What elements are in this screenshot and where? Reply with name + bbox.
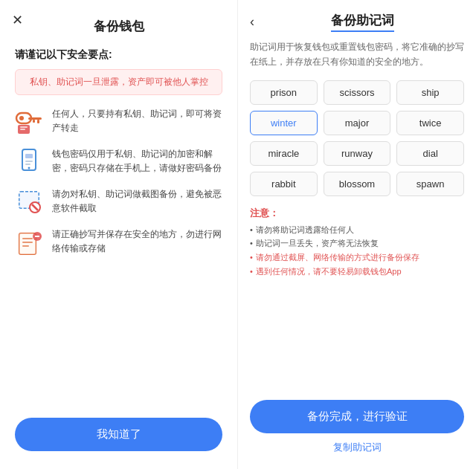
svg-rect-7 <box>20 129 25 130</box>
mnemonic-word-11: blossom <box>324 172 391 196</box>
mnemonic-word-12: spawn <box>396 172 464 196</box>
mnemonic-word-2: scissors <box>324 80 391 105</box>
tip-item-2: 钱包密码仅用于私钥、助记词的加密和解密，密码只存储在手机上，请做好密码备份 <box>15 147 222 177</box>
mnemonic-word-9: dial <box>396 141 464 166</box>
svg-rect-6 <box>20 126 28 128</box>
right-header: ‹ 备份助记词 <box>250 12 464 32</box>
right-title: 备份助记词 <box>331 12 394 32</box>
svg-rect-9 <box>25 154 33 158</box>
mnemonic-word-5: major <box>324 111 391 135</box>
svg-rect-21 <box>22 245 29 247</box>
screenshot-icon <box>15 187 45 217</box>
tips-list: 任何人，只要持有私钥、助记词，即可将资产转走 钱包密码仅用于私钥、助记词的加密和… <box>15 107 222 257</box>
tip-text-3: 请勿对私钥、助记词做截图备份，避免被恶意软件截取 <box>52 187 222 216</box>
notice-item-4: 遇到任何情况，请不要轻易卸载钱包App <box>250 265 464 279</box>
mnemonic-word-4: winter <box>250 111 318 135</box>
tip-text-1: 任何人，只要持有私钥、助记词，即可将资产转走 <box>52 107 222 135</box>
mnemonic-word-1: prison <box>250 80 318 105</box>
mnemonic-word-3: ship <box>396 80 464 105</box>
tip-item-1: 任何人，只要持有私钥、助记词，即可将资产转走 <box>15 107 222 137</box>
right-panel: ‹ 备份助记词 助记词用于恢复钱包或重置钱包密码，将它准确的抄写在纸上，并存放在… <box>238 0 476 469</box>
right-title-wrapper: 备份助记词 <box>260 12 464 32</box>
svg-rect-19 <box>22 238 33 239</box>
mnemonic-word-6: twice <box>396 111 464 135</box>
right-bottom-area: 备份完成，进行验证 复制助记词 <box>250 400 464 454</box>
back-button[interactable]: ‹ <box>250 14 254 30</box>
tip-text-2: 钱包密码仅用于私钥、助记词的加密和解密，密码只存储在手机上，请做好密码备份 <box>52 147 222 175</box>
notice-item-1: 请勿将助记词透露给任何人 <box>250 223 464 237</box>
key-icon <box>15 107 45 137</box>
svg-rect-11 <box>25 164 30 165</box>
svg-point-1 <box>19 116 24 120</box>
left-title: 备份钱包 <box>94 18 144 35</box>
copy-mnemonic-link[interactable]: 复制助记词 <box>333 441 382 454</box>
svg-rect-4 <box>33 120 35 123</box>
mnemonic-word-grid: prisonscissorsshipwintermajortwicemiracl… <box>250 80 464 196</box>
left-panel: ✕ 备份钱包 请谨记以下安全要点: 私钥、助记词一旦泄露，资产即可被他人掌控 任… <box>0 0 238 469</box>
svg-rect-3 <box>37 120 39 123</box>
mnemonic-word-8: runway <box>324 141 391 166</box>
mnemonic-word-7: miracle <box>250 141 318 166</box>
svg-rect-20 <box>22 242 33 243</box>
tip-text-4: 请正确抄写并保存在安全的地方，勿进行网络传输或存储 <box>52 227 222 256</box>
left-subtitle: 请谨记以下安全要点: <box>15 48 112 62</box>
tip-item-4: 请正确抄写并保存在安全的地方，勿进行网络传输或存储 <box>15 227 222 257</box>
svg-point-12 <box>28 167 30 169</box>
right-description: 助记词用于恢复钱包或重置钱包密码，将它准确的抄写在纸上，并存放在只有你知道的安全… <box>250 39 464 70</box>
svg-rect-2 <box>28 117 42 120</box>
notice-section: 注意： 请勿将助记词透露给任何人助记词一旦丢失，资产将无法恢复请勿通过截屏、网络… <box>250 207 464 279</box>
svg-rect-10 <box>25 161 33 162</box>
mnemonic-word-10: rabbit <box>250 172 318 196</box>
acknowledge-button[interactable]: 我知道了 <box>15 418 222 451</box>
notice-item-3: 请勿通过截屏、网络传输的方式进行备份保存 <box>250 250 464 265</box>
close-button[interactable]: ✕ <box>12 12 23 28</box>
save-icon <box>15 227 45 257</box>
notice-title: 注意： <box>250 207 464 220</box>
tip-item-3: 请勿对私钥、助记词做截图备份，避免被恶意软件截取 <box>15 187 222 217</box>
notice-item-2: 助记词一旦丢失，资产将无法恢复 <box>250 236 464 250</box>
warning-box: 私钥、助记词一旦泄露，资产即可被他人掌控 <box>15 69 222 95</box>
phone-icon <box>15 147 45 177</box>
verify-button[interactable]: 备份完成，进行验证 <box>250 400 464 433</box>
